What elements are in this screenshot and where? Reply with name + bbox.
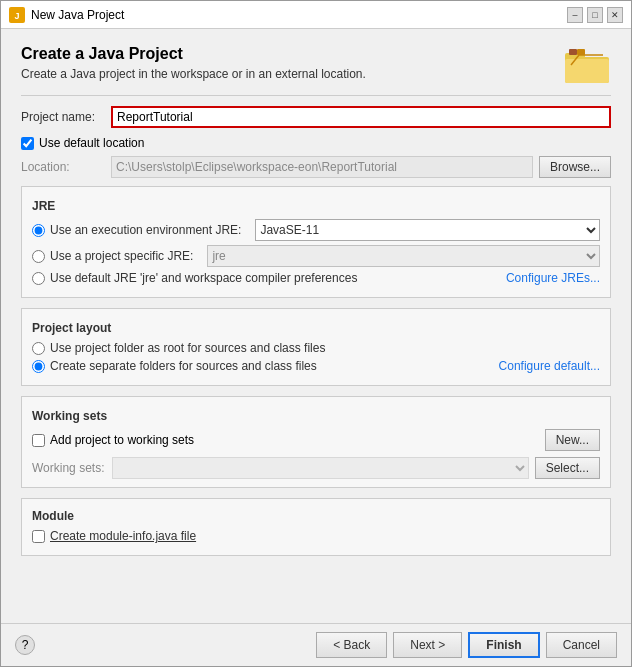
header-divider (21, 95, 611, 96)
jre-option1-row: Use an execution environment JRE: JavaSE… (32, 219, 600, 241)
project-name-row: Project name: (21, 106, 611, 128)
location-label: Location: (21, 160, 111, 174)
working-sets-label: Working sets (32, 409, 600, 423)
jre-option2-label: Use a project specific JRE: (50, 249, 193, 263)
jre-section-label: JRE (32, 199, 600, 213)
add-to-working-sets-row: Add project to working sets New... (32, 429, 600, 451)
jre-option3-row: Use default JRE 'jre' and workspace comp… (32, 271, 600, 285)
page-header: Create a Java Project Create a Java proj… (21, 45, 611, 85)
select-working-sets-button[interactable]: Select... (535, 457, 600, 479)
working-sets-field-label: Working sets: (32, 461, 112, 475)
jre-section: JRE Use an execution environment JRE: Ja… (21, 186, 611, 298)
back-button[interactable]: < Back (316, 632, 387, 658)
bottom-bar: ? < Back Next > Finish Cancel (1, 623, 631, 666)
title-bar: J New Java Project – □ ✕ (1, 1, 631, 29)
content-area: Create a Java Project Create a Java proj… (1, 29, 631, 623)
minimize-button[interactable]: – (567, 7, 583, 23)
jre-option3-radio[interactable] (32, 272, 45, 285)
module-section-label: Module (32, 509, 600, 523)
project-name-input[interactable] (111, 106, 611, 128)
jre-option2-row: Use a project specific JRE: jre (32, 245, 600, 267)
create-module-row: Create module-info.java file (32, 529, 600, 543)
location-row: Location: Browse... (21, 156, 611, 178)
title-bar-left: J New Java Project (9, 7, 124, 23)
cancel-button[interactable]: Cancel (546, 632, 617, 658)
create-module-label: Create module-info.java file (50, 529, 196, 543)
working-sets-section: Working sets Add project to working sets… (21, 396, 611, 488)
layout-option2-row: Create separate folders for sources and … (32, 359, 600, 373)
folder-icon (563, 45, 611, 85)
finish-button[interactable]: Finish (468, 632, 539, 658)
layout-option2-label: Create separate folders for sources and … (50, 359, 317, 373)
configure-default-link[interactable]: Configure default... (499, 359, 600, 373)
jre-option3-label: Use default JRE 'jre' and workspace comp… (50, 271, 357, 285)
layout-option1-row: Use project folder as root for sources a… (32, 341, 600, 355)
next-button[interactable]: Next > (393, 632, 462, 658)
svg-rect-5 (569, 49, 577, 55)
working-sets-select (112, 457, 529, 479)
layout-option1-label: Use project folder as root for sources a… (50, 341, 325, 355)
help-button[interactable]: ? (15, 635, 35, 655)
working-sets-input-row: Working sets: Select... (32, 457, 600, 479)
maximize-button[interactable]: □ (587, 7, 603, 23)
close-button[interactable]: ✕ (607, 7, 623, 23)
jre-project-select: jre (207, 245, 600, 267)
jre-option1-radio[interactable] (32, 224, 45, 237)
title-bar-controls: – □ ✕ (567, 7, 623, 23)
title-bar-title: New Java Project (31, 8, 124, 22)
add-working-sets-checkbox[interactable] (32, 434, 45, 447)
layout-option2-radio[interactable] (32, 360, 45, 373)
jre-option2-radio[interactable] (32, 250, 45, 263)
svg-rect-6 (577, 49, 585, 55)
browse-button[interactable]: Browse... (539, 156, 611, 178)
page-title: Create a Java Project (21, 45, 563, 63)
svg-rect-4 (565, 59, 609, 83)
svg-text:J: J (14, 11, 19, 21)
use-default-location-checkbox[interactable] (21, 137, 34, 150)
jre-env-select[interactable]: JavaSE-11 (255, 219, 600, 241)
dialog-buttons: < Back Next > Finish Cancel (316, 632, 617, 658)
project-layout-section: Project layout Use project folder as roo… (21, 308, 611, 386)
create-module-checkbox[interactable] (32, 530, 45, 543)
project-layout-label: Project layout (32, 321, 600, 335)
module-section: Module Create module-info.java file (21, 498, 611, 556)
use-default-location-label: Use default location (39, 136, 144, 150)
location-input (111, 156, 533, 178)
default-location-row: Use default location (21, 136, 611, 150)
page-subtitle: Create a Java project in the workspace o… (21, 67, 563, 81)
java-icon: J (9, 7, 25, 23)
add-working-sets-label: Add project to working sets (50, 433, 194, 447)
new-working-set-button[interactable]: New... (545, 429, 600, 451)
project-name-label: Project name: (21, 110, 111, 124)
layout-option1-radio[interactable] (32, 342, 45, 355)
configure-jres-link[interactable]: Configure JREs... (506, 271, 600, 285)
jre-option1-label: Use an execution environment JRE: (50, 223, 241, 237)
main-window: J New Java Project – □ ✕ Create a Java P… (0, 0, 632, 667)
header-text: Create a Java Project Create a Java proj… (21, 45, 563, 81)
